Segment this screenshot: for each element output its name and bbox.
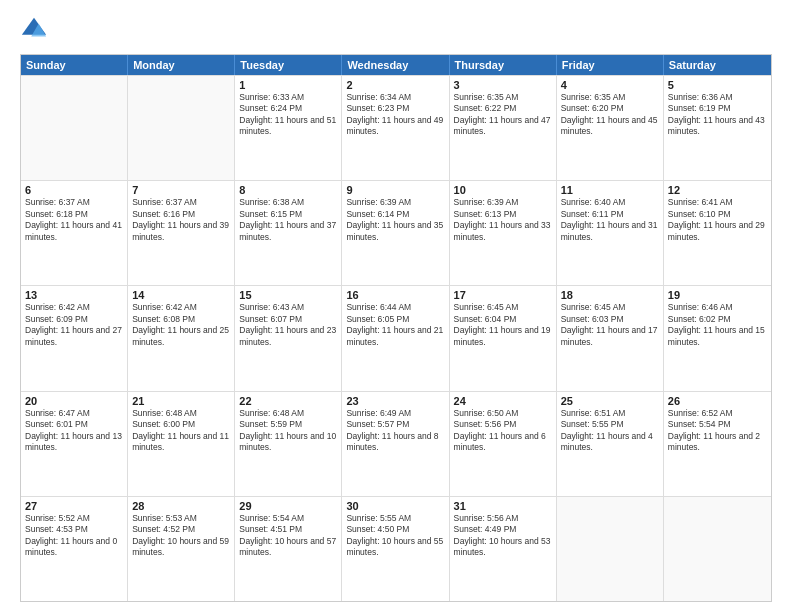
day-number: 21 — [132, 395, 230, 407]
calendar-cell: 28Sunrise: 5:53 AM Sunset: 4:52 PM Dayli… — [128, 497, 235, 601]
day-number: 8 — [239, 184, 337, 196]
calendar-cell — [21, 76, 128, 180]
calendar-row-0: 1Sunrise: 6:33 AM Sunset: 6:24 PM Daylig… — [21, 75, 771, 180]
calendar-cell: 21Sunrise: 6:48 AM Sunset: 6:00 PM Dayli… — [128, 392, 235, 496]
cell-info: Sunrise: 5:53 AM Sunset: 4:52 PM Dayligh… — [132, 513, 230, 559]
calendar-cell: 7Sunrise: 6:37 AM Sunset: 6:16 PM Daylig… — [128, 181, 235, 285]
calendar-cell: 12Sunrise: 6:41 AM Sunset: 6:10 PM Dayli… — [664, 181, 771, 285]
calendar-body: 1Sunrise: 6:33 AM Sunset: 6:24 PM Daylig… — [21, 75, 771, 601]
cell-info: Sunrise: 6:42 AM Sunset: 6:09 PM Dayligh… — [25, 302, 123, 348]
cell-info: Sunrise: 6:45 AM Sunset: 6:04 PM Dayligh… — [454, 302, 552, 348]
day-number: 30 — [346, 500, 444, 512]
day-number: 25 — [561, 395, 659, 407]
calendar-cell: 25Sunrise: 6:51 AM Sunset: 5:55 PM Dayli… — [557, 392, 664, 496]
cell-info: Sunrise: 6:52 AM Sunset: 5:54 PM Dayligh… — [668, 408, 767, 454]
calendar-cell — [557, 497, 664, 601]
day-number: 10 — [454, 184, 552, 196]
cell-info: Sunrise: 6:44 AM Sunset: 6:05 PM Dayligh… — [346, 302, 444, 348]
cell-info: Sunrise: 6:39 AM Sunset: 6:13 PM Dayligh… — [454, 197, 552, 243]
calendar-cell — [128, 76, 235, 180]
day-number: 19 — [668, 289, 767, 301]
calendar-header-row: SundayMondayTuesdayWednesdayThursdayFrid… — [21, 55, 771, 75]
cell-info: Sunrise: 6:37 AM Sunset: 6:18 PM Dayligh… — [25, 197, 123, 243]
cell-info: Sunrise: 6:40 AM Sunset: 6:11 PM Dayligh… — [561, 197, 659, 243]
calendar-cell: 11Sunrise: 6:40 AM Sunset: 6:11 PM Dayli… — [557, 181, 664, 285]
day-number: 26 — [668, 395, 767, 407]
calendar-cell: 3Sunrise: 6:35 AM Sunset: 6:22 PM Daylig… — [450, 76, 557, 180]
calendar-cell: 26Sunrise: 6:52 AM Sunset: 5:54 PM Dayli… — [664, 392, 771, 496]
cell-info: Sunrise: 6:41 AM Sunset: 6:10 PM Dayligh… — [668, 197, 767, 243]
cell-info: Sunrise: 6:50 AM Sunset: 5:56 PM Dayligh… — [454, 408, 552, 454]
cell-info: Sunrise: 6:45 AM Sunset: 6:03 PM Dayligh… — [561, 302, 659, 348]
cell-info: Sunrise: 6:48 AM Sunset: 6:00 PM Dayligh… — [132, 408, 230, 454]
cell-info: Sunrise: 6:51 AM Sunset: 5:55 PM Dayligh… — [561, 408, 659, 454]
day-number: 22 — [239, 395, 337, 407]
day-number: 3 — [454, 79, 552, 91]
calendar-cell: 2Sunrise: 6:34 AM Sunset: 6:23 PM Daylig… — [342, 76, 449, 180]
calendar-cell: 23Sunrise: 6:49 AM Sunset: 5:57 PM Dayli… — [342, 392, 449, 496]
cell-info: Sunrise: 6:37 AM Sunset: 6:16 PM Dayligh… — [132, 197, 230, 243]
day-number: 11 — [561, 184, 659, 196]
weekday-header-tuesday: Tuesday — [235, 55, 342, 75]
day-number: 6 — [25, 184, 123, 196]
calendar-cell: 18Sunrise: 6:45 AM Sunset: 6:03 PM Dayli… — [557, 286, 664, 390]
calendar-cell: 27Sunrise: 5:52 AM Sunset: 4:53 PM Dayli… — [21, 497, 128, 601]
day-number: 13 — [25, 289, 123, 301]
calendar-cell: 1Sunrise: 6:33 AM Sunset: 6:24 PM Daylig… — [235, 76, 342, 180]
cell-info: Sunrise: 6:42 AM Sunset: 6:08 PM Dayligh… — [132, 302, 230, 348]
page: SundayMondayTuesdayWednesdayThursdayFrid… — [0, 0, 792, 612]
calendar-cell: 10Sunrise: 6:39 AM Sunset: 6:13 PM Dayli… — [450, 181, 557, 285]
day-number: 20 — [25, 395, 123, 407]
cell-info: Sunrise: 6:35 AM Sunset: 6:22 PM Dayligh… — [454, 92, 552, 138]
calendar-cell: 31Sunrise: 5:56 AM Sunset: 4:49 PM Dayli… — [450, 497, 557, 601]
calendar-row-4: 27Sunrise: 5:52 AM Sunset: 4:53 PM Dayli… — [21, 496, 771, 601]
day-number: 31 — [454, 500, 552, 512]
calendar-row-3: 20Sunrise: 6:47 AM Sunset: 6:01 PM Dayli… — [21, 391, 771, 496]
calendar-cell: 19Sunrise: 6:46 AM Sunset: 6:02 PM Dayli… — [664, 286, 771, 390]
day-number: 5 — [668, 79, 767, 91]
day-number: 1 — [239, 79, 337, 91]
calendar: SundayMondayTuesdayWednesdayThursdayFrid… — [20, 54, 772, 602]
logo-icon — [20, 16, 48, 44]
cell-info: Sunrise: 6:43 AM Sunset: 6:07 PM Dayligh… — [239, 302, 337, 348]
day-number: 4 — [561, 79, 659, 91]
calendar-cell: 15Sunrise: 6:43 AM Sunset: 6:07 PM Dayli… — [235, 286, 342, 390]
day-number: 18 — [561, 289, 659, 301]
cell-info: Sunrise: 6:33 AM Sunset: 6:24 PM Dayligh… — [239, 92, 337, 138]
weekday-header-thursday: Thursday — [450, 55, 557, 75]
cell-info: Sunrise: 6:34 AM Sunset: 6:23 PM Dayligh… — [346, 92, 444, 138]
calendar-cell: 17Sunrise: 6:45 AM Sunset: 6:04 PM Dayli… — [450, 286, 557, 390]
calendar-cell: 8Sunrise: 6:38 AM Sunset: 6:15 PM Daylig… — [235, 181, 342, 285]
cell-info: Sunrise: 5:56 AM Sunset: 4:49 PM Dayligh… — [454, 513, 552, 559]
day-number: 28 — [132, 500, 230, 512]
calendar-cell: 5Sunrise: 6:36 AM Sunset: 6:19 PM Daylig… — [664, 76, 771, 180]
calendar-cell: 29Sunrise: 5:54 AM Sunset: 4:51 PM Dayli… — [235, 497, 342, 601]
day-number: 24 — [454, 395, 552, 407]
day-number: 7 — [132, 184, 230, 196]
calendar-cell — [664, 497, 771, 601]
calendar-cell: 4Sunrise: 6:35 AM Sunset: 6:20 PM Daylig… — [557, 76, 664, 180]
cell-info: Sunrise: 6:38 AM Sunset: 6:15 PM Dayligh… — [239, 197, 337, 243]
cell-info: Sunrise: 5:54 AM Sunset: 4:51 PM Dayligh… — [239, 513, 337, 559]
calendar-row-2: 13Sunrise: 6:42 AM Sunset: 6:09 PM Dayli… — [21, 285, 771, 390]
day-number: 17 — [454, 289, 552, 301]
weekday-header-saturday: Saturday — [664, 55, 771, 75]
weekday-header-sunday: Sunday — [21, 55, 128, 75]
calendar-cell: 14Sunrise: 6:42 AM Sunset: 6:08 PM Dayli… — [128, 286, 235, 390]
cell-info: Sunrise: 6:48 AM Sunset: 5:59 PM Dayligh… — [239, 408, 337, 454]
header — [20, 16, 772, 44]
calendar-cell: 30Sunrise: 5:55 AM Sunset: 4:50 PM Dayli… — [342, 497, 449, 601]
calendar-cell: 20Sunrise: 6:47 AM Sunset: 6:01 PM Dayli… — [21, 392, 128, 496]
cell-info: Sunrise: 6:46 AM Sunset: 6:02 PM Dayligh… — [668, 302, 767, 348]
weekday-header-wednesday: Wednesday — [342, 55, 449, 75]
day-number: 2 — [346, 79, 444, 91]
cell-info: Sunrise: 5:55 AM Sunset: 4:50 PM Dayligh… — [346, 513, 444, 559]
calendar-cell: 13Sunrise: 6:42 AM Sunset: 6:09 PM Dayli… — [21, 286, 128, 390]
day-number: 12 — [668, 184, 767, 196]
day-number: 29 — [239, 500, 337, 512]
cell-info: Sunrise: 5:52 AM Sunset: 4:53 PM Dayligh… — [25, 513, 123, 559]
day-number: 9 — [346, 184, 444, 196]
cell-info: Sunrise: 6:35 AM Sunset: 6:20 PM Dayligh… — [561, 92, 659, 138]
logo — [20, 16, 52, 44]
day-number: 27 — [25, 500, 123, 512]
